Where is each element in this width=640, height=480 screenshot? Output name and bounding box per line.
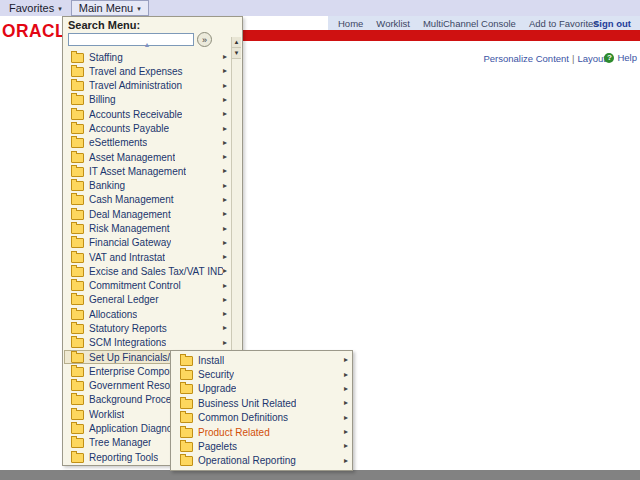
submenu-arrow-icon: ▸: [223, 339, 229, 347]
layout-link[interactable]: Layout: [577, 53, 606, 64]
menu-item[interactable]: Deal Management ▸: [64, 207, 231, 221]
menu-item[interactable]: Allocations ▸: [64, 307, 231, 321]
submenu-item-label: Common Definitions: [198, 412, 288, 423]
folder-icon: [71, 324, 84, 334]
menu-item[interactable]: Billing ▸: [64, 93, 231, 107]
menu-item[interactable]: Travel Administration ▸: [64, 79, 231, 93]
menu-item-label: Statutory Reports: [89, 323, 167, 334]
menu-item[interactable]: IT Asset Management ▸: [64, 164, 231, 178]
submenu-item-label: Security: [198, 369, 234, 380]
topnav-link[interactable]: Home: [338, 18, 363, 29]
menu-scroll-up-indicator[interactable]: ▲: [63, 41, 231, 49]
menu-item-label: Risk Management: [89, 223, 170, 234]
bottom-gray-bar: [0, 470, 640, 480]
submenu-item-label: Upgrade: [198, 383, 236, 394]
folder-icon: [71, 295, 84, 305]
main-menu-label: Main Menu: [79, 2, 133, 14]
submenu-arrow-icon: ▸: [223, 96, 229, 104]
submenu-arrow-icon: ▸: [223, 296, 229, 304]
submenu-item[interactable]: Operational Reporting ▸: [171, 454, 352, 468]
chevron-down-icon: ▾: [58, 5, 62, 12]
folder-icon: [71, 238, 84, 248]
submenu-arrow-icon: ▸: [344, 371, 350, 379]
folder-icon: [71, 395, 84, 405]
submenu-arrow-icon: ▸: [223, 239, 229, 247]
submenu-item[interactable]: Security ▸: [171, 367, 352, 381]
menu-item-label: Worklist: [89, 409, 124, 420]
submenu-item[interactable]: Common Definitions ▸: [171, 411, 352, 425]
menu-item[interactable]: Risk Management ▸: [64, 221, 231, 235]
menu-item-label: Asset Management: [89, 152, 175, 163]
submenu-arrow-icon: ▸: [223, 182, 229, 190]
menu-item[interactable]: General Ledger ▸: [64, 293, 231, 307]
submenu-item[interactable]: Pagelets ▸: [171, 439, 352, 453]
menu-item[interactable]: SCM Integrations ▸: [64, 336, 231, 350]
folder-icon: [180, 456, 193, 466]
submenu-item-label: Install: [198, 355, 224, 366]
menu-item[interactable]: Asset Management ▸: [64, 150, 231, 164]
folder-icon: [71, 167, 84, 177]
menu-item-label: SCM Integrations: [89, 337, 166, 348]
menu-item[interactable]: Accounts Receivable ▸: [64, 107, 231, 121]
menu-item[interactable]: Banking ▸: [64, 179, 231, 193]
folder-icon: [71, 267, 84, 277]
help-icon: ?: [604, 53, 614, 63]
submenu-item-label: Product Related: [198, 427, 270, 438]
search-menu-label: Search Menu:: [68, 19, 237, 31]
submenu-arrow-icon: ▸: [344, 356, 350, 364]
menu-item[interactable]: Cash Management ▸: [64, 193, 231, 207]
folder-icon: [71, 124, 84, 134]
help-link[interactable]: ? Help: [604, 52, 637, 63]
folder-icon: [71, 224, 84, 234]
scrollbar-down-icon[interactable]: ▼: [232, 48, 241, 59]
chevron-down-icon: ▾: [137, 5, 141, 12]
folder-icon: [71, 353, 84, 363]
folder-icon: [180, 428, 193, 438]
menu-item[interactable]: Accounts Payable ▸: [64, 121, 231, 135]
menu-item[interactable]: Commitment Control ▸: [64, 279, 231, 293]
submenu-item[interactable]: Product Related ▸: [171, 425, 352, 439]
submenu-item-label: Operational Reporting: [198, 455, 296, 466]
personalize-row: Personalize Content|Layout: [483, 53, 606, 64]
menu-item[interactable]: Staffing ▸: [64, 50, 231, 64]
submenu-arrow-icon: ▸: [344, 399, 350, 407]
menu-item-label: Tree Manager: [89, 437, 151, 448]
menu-item-label: Accounts Payable: [89, 123, 169, 134]
main-menu-button[interactable]: Main Menu ▾: [71, 0, 149, 16]
submenu-item[interactable]: Upgrade ▸: [171, 382, 352, 396]
topnav-link[interactable]: MultiChannel Console: [423, 18, 516, 29]
folder-icon: [180, 399, 193, 409]
topnav-link[interactable]: Worklist: [376, 18, 410, 29]
folder-icon: [71, 67, 84, 77]
menu-item[interactable]: eSettlements ▸: [64, 136, 231, 150]
menu-item-label: eSettlements: [89, 137, 147, 148]
menu-item[interactable]: Financial Gateway ▸: [64, 236, 231, 250]
topnav-link[interactable]: Add to Favorites: [529, 18, 598, 29]
menu-item[interactable]: Excise and Sales Tax/VAT IND ▸: [64, 264, 231, 278]
sign-out-link[interactable]: Sign out: [593, 18, 631, 29]
submenu-item[interactable]: Business Unit Related ▸: [171, 396, 352, 410]
menu-item-label: Deal Management: [89, 209, 171, 220]
menu-item-label: Reporting Tools: [89, 452, 158, 463]
menu-item-label: Allocations: [89, 309, 137, 320]
scrollbar-up-icon[interactable]: ▲: [232, 37, 241, 48]
separator: |: [572, 53, 574, 64]
menu-item[interactable]: Statutory Reports ▸: [64, 321, 231, 335]
menu-item-label: Staffing: [89, 52, 123, 63]
personalize-content-link[interactable]: Personalize Content: [483, 53, 569, 64]
submenu-arrow-icon: ▸: [344, 414, 350, 422]
submenu-item[interactable]: Install ▸: [171, 353, 352, 367]
submenu-arrow-icon: ▸: [344, 442, 350, 450]
menu-item-label: Travel and Expenses: [89, 66, 183, 77]
menu-item[interactable]: VAT and Intrastat ▸: [64, 250, 231, 264]
folder-icon: [71, 367, 84, 377]
folder-icon: [71, 110, 84, 120]
menu-item-label: Excise and Sales Tax/VAT IND: [89, 266, 223, 277]
menu-item[interactable]: Travel and Expenses ▸: [64, 64, 231, 78]
menu-item-label: General Ledger: [89, 294, 159, 305]
submenu-arrow-icon: ▸: [223, 67, 229, 75]
folder-icon: [71, 81, 84, 91]
favorites-menu-button[interactable]: Favorites ▾: [2, 1, 69, 15]
folder-icon: [71, 195, 84, 205]
submenu-arrow-icon: ▸: [223, 196, 229, 204]
